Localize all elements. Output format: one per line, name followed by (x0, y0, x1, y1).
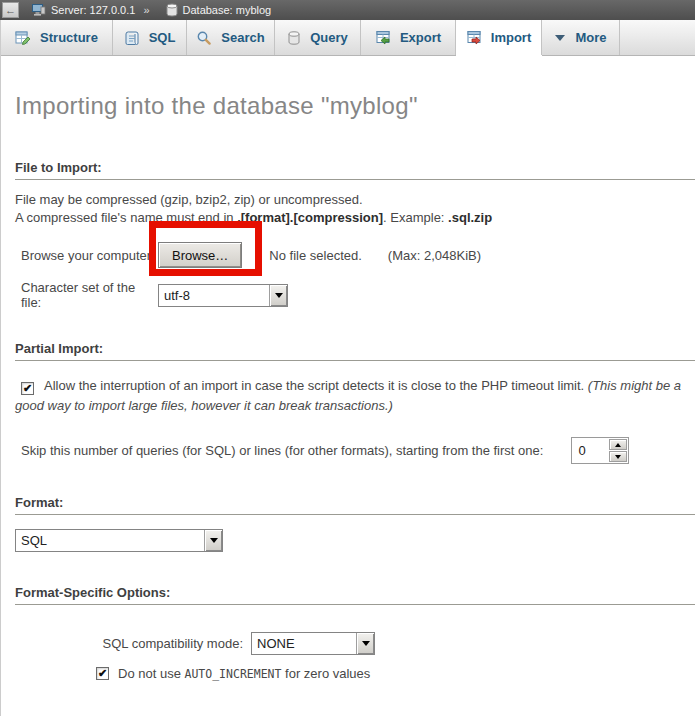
page-title: Importing into the database "myblog" (15, 92, 695, 120)
format-select[interactable]: SQL (15, 529, 223, 552)
spinner-up-icon[interactable] (609, 439, 627, 450)
tab-bar: Structure SQL Search Query (1, 20, 695, 56)
skip-queries-value: 0 (572, 438, 608, 463)
auto-increment-checkbox[interactable]: ✔ (96, 667, 109, 680)
max-size-text: (Max: 2,048KiB) (388, 248, 481, 263)
tab-bar-filler (620, 20, 695, 55)
tab-label: More (575, 30, 606, 45)
file-to-import-hint: File may be compressed (gzip, bzip2, zip… (15, 191, 695, 227)
tab-label: Structure (40, 30, 98, 45)
charset-value: utf-8 (159, 285, 269, 306)
breadcrumb-server[interactable]: Server: 127.0.0.1 (51, 4, 135, 16)
format-value: SQL (16, 530, 204, 551)
browse-label: Browse your computer: (15, 248, 158, 263)
skip-queries-label: Skip this number of queries (for SQL) or… (15, 443, 543, 458)
skip-queries-row: Skip this number of queries (for SQL) or… (15, 437, 695, 464)
sql-compat-label: SQL compatibility mode: (99, 636, 251, 651)
server-icon (31, 3, 46, 17)
import-icon (466, 30, 482, 46)
tab-label: Import (491, 30, 531, 45)
tab-search[interactable]: Search (187, 20, 275, 55)
number-spinner (609, 439, 627, 462)
browse-button[interactable]: Browse… (158, 242, 242, 268)
query-icon (287, 30, 301, 46)
file-upload-row: Browse your computer: Browse… No file se… (15, 242, 695, 268)
sql-compat-select[interactable]: NONE (251, 632, 375, 655)
tab-label: SQL (149, 30, 176, 45)
format-heading: Format: (15, 495, 695, 515)
chevron-down-icon (554, 34, 566, 42)
database-icon (166, 3, 178, 17)
tab-query[interactable]: Query (275, 20, 361, 55)
export-icon (375, 30, 391, 46)
import-form: Importing into the database "myblog" Fil… (1, 92, 695, 716)
sql-compat-value: NONE (252, 633, 356, 654)
back-button[interactable]: ← (2, 2, 19, 18)
file-to-import-heading: File to Import: (15, 160, 695, 180)
tab-structure[interactable]: Structure (1, 20, 113, 55)
charset-row: Character set of the file: utf-8 (15, 280, 695, 310)
sql-compat-row: SQL compatibility mode: NONE (15, 632, 695, 655)
checkmark-icon: ✔ (98, 667, 107, 680)
allow-interrupt-option: ✔Allow the interruption of an import in … (15, 376, 683, 416)
breadcrumb: ← Server: 127.0.0.1 » Database: myblog (0, 0, 695, 20)
tab-label: Export (400, 30, 441, 45)
structure-icon (15, 30, 31, 46)
allow-interrupt-checkbox[interactable]: ✔ (21, 382, 34, 395)
search-icon (196, 30, 212, 46)
checkmark-icon: ✔ (23, 378, 32, 398)
auto-increment-option: ✔ Do not use AUTO_INCREMENT for zero val… (15, 666, 695, 681)
tab-label: Search (221, 30, 264, 45)
skip-queries-input[interactable]: 0 (571, 437, 629, 464)
auto-increment-label: Do not use AUTO_INCREMENT for zero value… (118, 666, 370, 681)
format-specific-heading: Format-Specific Options: (15, 585, 695, 605)
tab-sql[interactable]: SQL (113, 20, 187, 55)
sql-icon (124, 30, 140, 46)
dropdown-arrow-icon[interactable] (356, 633, 374, 654)
format-select-row: SQL (15, 529, 695, 552)
tab-more[interactable]: More (542, 20, 620, 55)
phpmyadmin-import-page: ← Server: 127.0.0.1 » Database: myblog S… (0, 0, 695, 716)
no-file-selected-text: No file selected. (269, 248, 362, 263)
charset-select[interactable]: utf-8 (158, 284, 288, 307)
dropdown-arrow-icon[interactable] (269, 285, 287, 306)
tab-import[interactable]: Import (456, 20, 542, 55)
partial-import-heading: Partial Import: (15, 341, 695, 361)
breadcrumb-separator: » (143, 4, 149, 16)
spinner-down-icon[interactable] (609, 451, 627, 462)
breadcrumb-database[interactable]: Database: myblog (183, 4, 272, 16)
dropdown-arrow-icon[interactable] (204, 530, 222, 551)
tab-export[interactable]: Export (361, 20, 456, 55)
charset-label: Character set of the file: (15, 280, 158, 310)
tab-label: Query (310, 30, 348, 45)
